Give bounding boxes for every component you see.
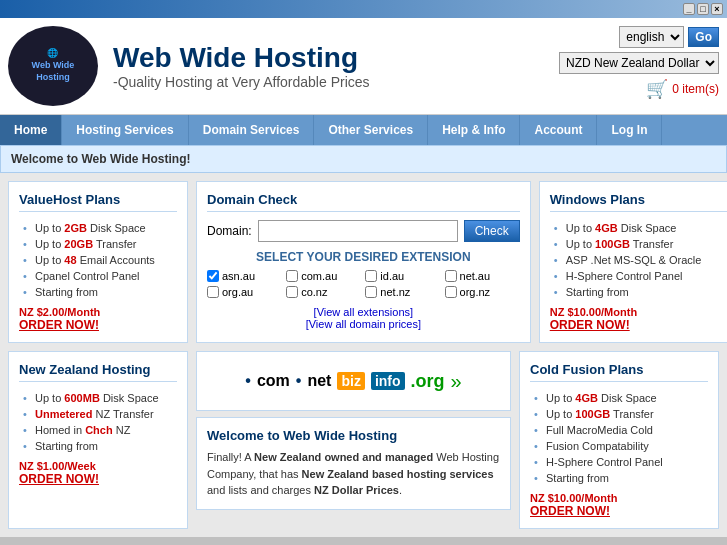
nzhosting-feature-2: Unmetered NZ Transfer: [19, 406, 177, 422]
nzhosting-panel: New Zealand Hosting Up to 600MB Disk Spa…: [8, 351, 188, 529]
nav: Home Hosting Services Domain Services Ot…: [0, 115, 727, 145]
valuehost-title: ValueHost Plans: [19, 192, 177, 212]
coldfusion-features: Up to 4GB Disk Space Up to 100GB Transfe…: [530, 390, 708, 486]
view-prices-link[interactable]: [View all domain prices]: [306, 318, 421, 330]
ext-com-au: com.au: [286, 270, 361, 282]
coldfusion-order[interactable]: ORDER NOW!: [530, 504, 708, 518]
coldfusion-feature-4: Fusion Compatability: [530, 438, 708, 454]
domain-links: [View all extensions] [View all domain p…: [207, 306, 520, 330]
tld-dot-2: •: [296, 372, 302, 390]
currency-row: NZD New Zealand Dollar: [559, 52, 719, 74]
valuehost-order[interactable]: ORDER NOW!: [19, 318, 177, 332]
view-extensions-link[interactable]: [View all extensions]: [314, 306, 413, 318]
nzhosting-title: New Zealand Hosting: [19, 362, 177, 382]
coldfusion-panel: Cold Fusion Plans Up to 4GB Disk Space U…: [519, 351, 719, 529]
nzhosting-features: Up to 600MB Disk Space Unmetered NZ Tran…: [19, 390, 177, 454]
nav-item-home[interactable]: Home: [0, 115, 62, 145]
ext-net-nz: net.nz: [365, 286, 440, 298]
select-extension-text: SELECT YOUR DESIRED EXTENSION: [207, 250, 520, 264]
ext-co-nz: co.nz: [286, 286, 361, 298]
main-content: ValueHost Plans Up to 2GB Disk Space Up …: [0, 173, 727, 537]
nzhosting-price: NZ $1.00/Week: [19, 460, 177, 472]
nzhosting-feature-4: Starting from: [19, 438, 177, 454]
windows-features: Up to 4GB Disk Space Up to 100GB Transfe…: [550, 220, 727, 300]
coldfusion-feature-2: Up to 100GB Transfer: [530, 406, 708, 422]
domain-input[interactable]: [258, 220, 458, 242]
logo: 🌐 Web Wide Hosting: [8, 26, 98, 106]
valuehost-feature-5: Starting from: [19, 284, 177, 300]
minimize-button[interactable]: _: [683, 3, 695, 15]
currency-select[interactable]: NZD New Zealand Dollar: [559, 52, 719, 74]
windows-feature-3: ASP .Net MS-SQL & Oracle: [550, 252, 727, 268]
welcome-bar: Welcome to Web Wide Hosting!: [0, 145, 727, 173]
valuehost-feature-2: Up to 20GB Transfer: [19, 236, 177, 252]
tld-info: info: [371, 372, 405, 390]
header-controls: english Go NZD New Zealand Dollar 🛒 0 it…: [559, 26, 719, 100]
valuehost-feature-4: Cpanel Control Panel: [19, 268, 177, 284]
tld-biz: biz: [337, 372, 364, 390]
welcome-panel-title: Welcome to Web Wide Hosting: [207, 428, 500, 443]
windows-feature-5: Starting from: [550, 284, 727, 300]
coldfusion-feature-6: Starting from: [530, 470, 708, 486]
windows-title: Windows Plans: [550, 192, 727, 212]
valuehost-price: NZ $2.00/Month: [19, 306, 177, 318]
domaincheck-title: Domain Check: [207, 192, 520, 212]
nav-item-domain[interactable]: Domain Services: [189, 115, 315, 145]
windows-feature-1: Up to 4GB Disk Space: [550, 220, 727, 236]
valuehost-features: Up to 2GB Disk Space Up to 20GB Transfer…: [19, 220, 177, 300]
windows-price: NZ $10.00/Month: [550, 306, 727, 318]
nav-item-hosting[interactable]: Hosting Services: [62, 115, 188, 145]
coldfusion-feature-5: H-Sphere Control Panel: [530, 454, 708, 470]
tld-dot-1: •: [245, 372, 251, 390]
extension-grid: asn.au com.au id.au net.au org.au co.nz …: [207, 270, 520, 298]
windows-panel: Windows Plans Up to 4GB Disk Space Up to…: [539, 181, 727, 343]
windows-feature-2: Up to 100GB Transfer: [550, 236, 727, 252]
valuehost-feature-3: Up to 48 Email Accounts: [19, 252, 177, 268]
logo-text: 🌐 Web Wide Hosting: [32, 48, 75, 83]
valuehost-panel: ValueHost Plans Up to 2GB Disk Space Up …: [8, 181, 188, 343]
tld-arrow: »: [451, 370, 462, 393]
welcome-panel-text: Finally! A New Zealand owned and managed…: [207, 449, 500, 499]
nzhosting-feature-3: Homed in Chch NZ: [19, 422, 177, 438]
header: 🌐 Web Wide Hosting Web Wide Hosting -Qua…: [0, 18, 727, 115]
domain-input-row: Domain: Check: [207, 220, 520, 242]
titlebar: _ □ ×: [0, 0, 727, 18]
domaincheck-panel: Domain Check Domain: Check SELECT YOUR D…: [196, 181, 531, 343]
tld-com: com: [257, 372, 290, 390]
middle-bottom: • com • net biz info .org » Welcome to W…: [196, 351, 511, 529]
coldfusion-title: Cold Fusion Plans: [530, 362, 708, 382]
nav-item-login[interactable]: Log In: [597, 115, 662, 145]
row2: New Zealand Hosting Up to 600MB Disk Spa…: [8, 351, 719, 529]
close-button[interactable]: ×: [711, 3, 723, 15]
ext-asn-au: asn.au: [207, 270, 282, 282]
ext-org-au: org.au: [207, 286, 282, 298]
nav-item-account[interactable]: Account: [520, 115, 597, 145]
lang-row: english Go: [619, 26, 719, 48]
windows-order[interactable]: ORDER NOW!: [550, 318, 727, 332]
coldfusion-price: NZ $10.00/Month: [530, 492, 708, 504]
welcome-panel: Welcome to Web Wide Hosting Finally! A N…: [196, 417, 511, 510]
nav-item-help[interactable]: Help & Info: [428, 115, 520, 145]
check-button[interactable]: Check: [464, 220, 520, 242]
nzhosting-order[interactable]: ORDER NOW!: [19, 472, 177, 486]
cart-icon: 🛒: [646, 78, 668, 100]
tld-banner: • com • net biz info .org »: [196, 351, 511, 411]
nzhosting-feature-1: Up to 600MB Disk Space: [19, 390, 177, 406]
ext-net-au: net.au: [445, 270, 520, 282]
domain-label: Domain:: [207, 224, 252, 238]
language-select[interactable]: english: [619, 26, 684, 48]
tld-net: net: [307, 372, 331, 390]
coldfusion-feature-1: Up to 4GB Disk Space: [530, 390, 708, 406]
coldfusion-feature-3: Full MacroMedia Cold: [530, 422, 708, 438]
windows-feature-4: H-Sphere Control Panel: [550, 268, 727, 284]
tld-org: .org: [411, 371, 445, 392]
go-button[interactable]: Go: [688, 27, 719, 47]
valuehost-feature-1: Up to 2GB Disk Space: [19, 220, 177, 236]
nav-item-other[interactable]: Other Services: [314, 115, 428, 145]
cart-row[interactable]: 🛒 0 item(s): [646, 78, 719, 100]
row1: ValueHost Plans Up to 2GB Disk Space Up …: [8, 181, 719, 343]
maximize-button[interactable]: □: [697, 3, 709, 15]
ext-org-nz: org.nz: [445, 286, 520, 298]
ext-id-au: id.au: [365, 270, 440, 282]
cart-count: 0 item(s): [672, 82, 719, 96]
